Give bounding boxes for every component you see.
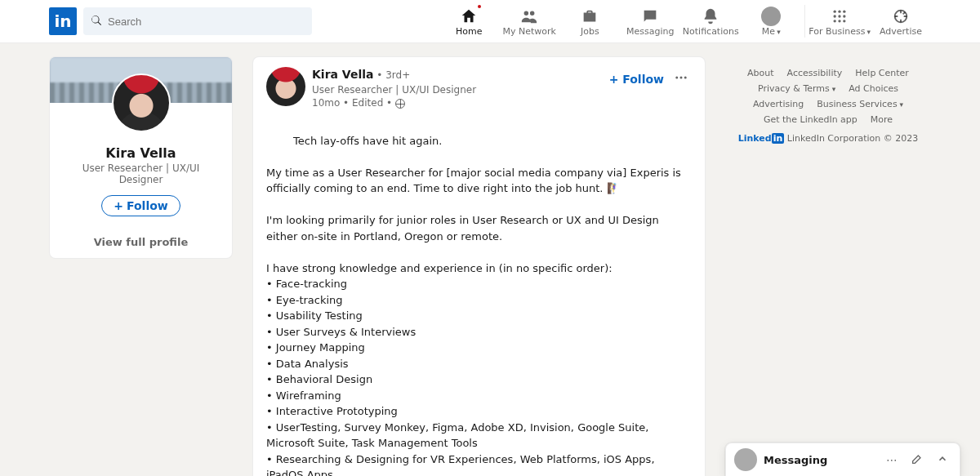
view-full-profile[interactable]: View full profile: [50, 226, 232, 258]
messaging-avatar-icon: [734, 448, 757, 471]
linkedin-logo[interactable]: in: [49, 7, 77, 35]
post: Kira Vella • 3rd+ User Researcher | UX/U…: [252, 56, 706, 476]
svg-point-7: [838, 20, 840, 22]
nav-network[interactable]: My Network: [499, 0, 559, 42]
bell-icon: [701, 7, 720, 26]
nav-business[interactable]: For Business: [808, 0, 871, 42]
nav-advertise[interactable]: Advertise: [871, 0, 931, 42]
home-badge: [476, 3, 483, 10]
post-author-name[interactable]: Kira Vella: [312, 68, 373, 81]
footer-brand: Linkedin LinkedIn Corporation © 2023: [725, 133, 931, 144]
svg-point-11: [680, 77, 683, 79]
nav-network-label: My Network: [503, 26, 556, 37]
post-timestamp: 10mo • Edited •: [312, 97, 395, 109]
post-text: Tech lay-offs have hit again. My time as…: [266, 135, 684, 476]
svg-point-6: [834, 20, 836, 22]
post-author-headline: User Researcher | UX/UI Designer: [312, 83, 603, 97]
plus-icon: +: [114, 199, 123, 212]
svg-point-4: [838, 15, 840, 17]
profile-avatar[interactable]: [112, 73, 171, 132]
post-degree: • 3rd+: [373, 69, 410, 81]
nav-items: Home My Network Jobs Messaging Notificat…: [439, 0, 931, 42]
nav-home-label: Home: [456, 26, 482, 37]
post-author-avatar[interactable]: [266, 67, 305, 106]
search-icon: [90, 14, 108, 29]
messaging-overflow[interactable]: ⋯: [883, 452, 901, 468]
footer-copyright: LinkedIn Corporation © 2023: [787, 133, 919, 144]
ellipsis-icon: [674, 70, 688, 85]
svg-point-2: [843, 10, 845, 12]
profile-headline: User Researcher | UX/UI Designer: [60, 162, 222, 185]
home-icon: [459, 7, 479, 26]
footer-adchoices[interactable]: Ad Choices: [849, 83, 898, 94]
chevron-up-icon[interactable]: [933, 452, 951, 469]
footer-privacy[interactable]: Privacy & Terms: [758, 83, 835, 94]
nav-divider: [804, 5, 805, 38]
footer-get-app[interactable]: Get the LinkedIn app: [764, 114, 858, 125]
top-nav: in Home My Network Jobs Messa: [0, 0, 980, 43]
follow-inline-button[interactable]: + Follow: [609, 73, 664, 86]
footer-accessibility[interactable]: Accessibility: [787, 68, 843, 78]
footer-help[interactable]: Help Center: [855, 68, 909, 78]
nav-business-label: For Business: [808, 26, 871, 37]
nav-me-label: Me: [762, 26, 781, 37]
footer-business-services[interactable]: Business Services: [817, 99, 903, 109]
briefcase-icon: [580, 7, 599, 26]
footer-links: About Accessibility Help Center Privacy …: [725, 56, 931, 155]
target-icon: [891, 7, 911, 26]
people-icon: [519, 7, 539, 26]
globe-icon: [395, 99, 405, 109]
message-icon: [640, 7, 660, 26]
profile-card: Kira Vella User Researcher | UX/UI Desig…: [49, 56, 233, 259]
grid-icon: [830, 7, 849, 26]
messaging-bar[interactable]: Messaging ⋯: [725, 443, 960, 476]
search-input[interactable]: [108, 16, 305, 28]
nav-me[interactable]: Me: [741, 0, 801, 42]
follow-label: Follow: [127, 199, 168, 212]
svg-point-12: [684, 77, 687, 79]
nav-messaging-label: Messaging: [626, 26, 674, 37]
nav-home[interactable]: Home: [439, 0, 499, 42]
follow-button[interactable]: + Follow: [101, 195, 180, 216]
post-body: Tech lay-offs have hit again. My time as…: [266, 117, 692, 476]
svg-point-1: [838, 10, 840, 12]
svg-point-3: [834, 15, 836, 17]
messaging-title: Messaging: [764, 454, 876, 466]
search-box[interactable]: [83, 7, 312, 35]
nav-messaging[interactable]: Messaging: [620, 0, 680, 42]
post-overflow-button[interactable]: [670, 67, 692, 91]
svg-point-10: [675, 77, 678, 79]
nav-notifications[interactable]: Notifications: [680, 0, 741, 42]
footer-advertising[interactable]: Advertising: [753, 99, 804, 109]
nav-notifications-label: Notifications: [683, 26, 739, 37]
svg-point-5: [843, 15, 845, 17]
compose-icon[interactable]: [907, 451, 927, 469]
nav-jobs[interactable]: Jobs: [559, 0, 620, 42]
me-avatar-icon: [761, 7, 781, 26]
profile-name[interactable]: Kira Vella: [60, 145, 222, 161]
nav-jobs-label: Jobs: [581, 26, 599, 37]
nav-advertise-label: Advertise: [880, 26, 922, 37]
footer-about[interactable]: About: [747, 68, 774, 78]
footer-more[interactable]: More: [871, 114, 893, 125]
svg-point-8: [843, 20, 845, 22]
svg-point-0: [834, 10, 836, 12]
